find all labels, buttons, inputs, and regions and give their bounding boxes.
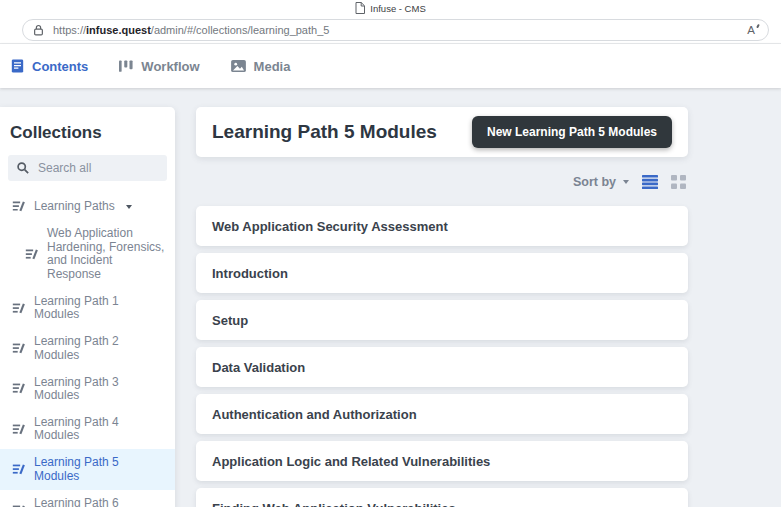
workflow-icon xyxy=(119,60,133,73)
url-path: /admin/#/collections/learning_path_5 xyxy=(151,24,330,36)
sidebar-item-label: Web Application Hardening, Forensics, an… xyxy=(47,227,167,281)
address-bar[interactable]: https://infuse.quest/admin/#/collections… xyxy=(22,19,769,41)
entry-title: Web Application Security Assessment xyxy=(212,219,448,234)
tab-workflow-label: Workflow xyxy=(141,59,199,74)
collection-icon xyxy=(12,423,25,436)
list-controls: Sort by xyxy=(196,157,688,206)
list-view-button[interactable] xyxy=(642,175,658,189)
collections-sidebar: Collections Learning Paths xyxy=(0,107,175,507)
browser-titlebar: Infuse - CMS xyxy=(0,0,781,16)
sidebar-item-label: Learning Path 1 Modules xyxy=(34,295,167,321)
search-input[interactable] xyxy=(36,160,158,176)
sort-by-label: Sort by xyxy=(573,175,616,189)
entry-title: Setup xyxy=(212,313,248,328)
entries-list: Web Application Security Assessment Intr… xyxy=(196,206,688,507)
tab-workflow[interactable]: Workflow xyxy=(119,59,199,74)
search-box[interactable] xyxy=(8,155,167,181)
collection-icon xyxy=(12,200,25,213)
contents-icon xyxy=(11,59,24,73)
sidebar-item-label: Learning Path 5 Modules xyxy=(34,456,167,482)
page-favicon-icon xyxy=(355,2,365,14)
sidebar-item-learning-path-1-modules[interactable]: Learning Path 1 Modules xyxy=(0,288,175,328)
sidebar-item-learning-path-5-modules[interactable]: Learning Path 5 Modules xyxy=(0,449,175,489)
sidebar-item-learning-paths[interactable]: Learning Paths xyxy=(0,193,175,220)
read-aloud-icon[interactable]: A xyxy=(747,24,758,36)
sidebar-item-web-application-hardening[interactable]: Web Application Hardening, Forensics, an… xyxy=(0,220,175,288)
new-entry-button[interactable]: New Learning Path 5 Modules xyxy=(472,116,672,148)
browser-window: Infuse - CMS https://infuse.quest/admin/… xyxy=(0,0,781,507)
entry-card-authentication-and-authorization[interactable]: Authentication and Authorization xyxy=(196,394,688,434)
sort-by-dropdown[interactable]: Sort by xyxy=(573,175,629,189)
tab-media[interactable]: Media xyxy=(231,59,291,74)
collection-icon xyxy=(12,342,25,355)
entry-card-finding-web-application-vulnerabilities[interactable]: Finding Web Application Vulnerabilities xyxy=(196,488,688,507)
entry-title: Application Logic and Related Vulnerabil… xyxy=(212,454,490,469)
sidebar-item-label: Learning Path 6 Modules xyxy=(34,497,167,507)
sidebar-item-label: Learning Path 2 Modules xyxy=(34,335,167,361)
app-body: Collections Learning Paths xyxy=(0,88,781,507)
media-icon xyxy=(231,60,246,72)
sidebar-item-label: Learning Path 3 Modules xyxy=(34,376,167,402)
chevron-down-icon xyxy=(126,205,132,209)
entry-card-application-logic[interactable]: Application Logic and Related Vulnerabil… xyxy=(196,441,688,481)
collections-heading: Collections xyxy=(0,123,175,143)
entry-title: Authentication and Authorization xyxy=(212,407,417,422)
sidebar-item-label: Learning Paths xyxy=(34,200,115,213)
url-text: https://infuse.quest/admin/#/collections… xyxy=(53,24,329,36)
grid-view-button[interactable] xyxy=(671,175,686,189)
page-title: Learning Path 5 Modules xyxy=(212,121,437,143)
read-aloud-letter: A xyxy=(747,24,755,36)
collection-icon xyxy=(25,248,38,261)
url-domain: infuse.quest xyxy=(86,24,151,36)
tab-title: Infuse - CMS xyxy=(370,3,425,14)
entry-title: Data Validation xyxy=(212,360,305,375)
chevron-down-icon xyxy=(623,180,629,184)
search-icon xyxy=(17,162,29,174)
tab-contents-label: Contents xyxy=(32,59,88,74)
tab-media-label: Media xyxy=(254,59,291,74)
entry-card-introduction[interactable]: Introduction xyxy=(196,253,688,293)
collections-list: Learning Paths Web Application Hardening… xyxy=(0,193,175,507)
collection-icon xyxy=(12,302,25,315)
main-content: Learning Path 5 Modules New Learning Pat… xyxy=(196,107,688,507)
entry-title: Introduction xyxy=(212,266,288,281)
sidebar-item-label: Learning Path 4 Modules xyxy=(34,416,167,442)
tab-contents[interactable]: Contents xyxy=(11,59,88,74)
entry-title: Finding Web Application Vulnerabilities xyxy=(212,501,456,507)
collection-icon xyxy=(12,504,25,507)
lock-icon[interactable] xyxy=(33,24,44,36)
entry-card-web-application-security-assessment[interactable]: Web Application Security Assessment xyxy=(196,206,688,246)
sidebar-item-learning-path-2-modules[interactable]: Learning Path 2 Modules xyxy=(0,328,175,368)
collection-icon xyxy=(12,463,25,476)
sidebar-item-learning-path-3-modules[interactable]: Learning Path 3 Modules xyxy=(0,369,175,409)
collection-icon xyxy=(12,382,25,395)
app-nav: Contents Workflow Media xyxy=(0,44,781,88)
sidebar-item-learning-path-6-modules[interactable]: Learning Path 6 Modules xyxy=(0,490,175,507)
entry-card-setup[interactable]: Setup xyxy=(196,300,688,340)
url-scheme: https:// xyxy=(53,24,86,36)
sidebar-item-learning-path-4-modules[interactable]: Learning Path 4 Modules xyxy=(0,409,175,449)
entry-card-data-validation[interactable]: Data Validation xyxy=(196,347,688,387)
read-aloud-tick xyxy=(756,23,759,27)
browser-url-row: https://infuse.quest/admin/#/collections… xyxy=(0,16,781,44)
collection-header-card: Learning Path 5 Modules New Learning Pat… xyxy=(196,107,688,157)
